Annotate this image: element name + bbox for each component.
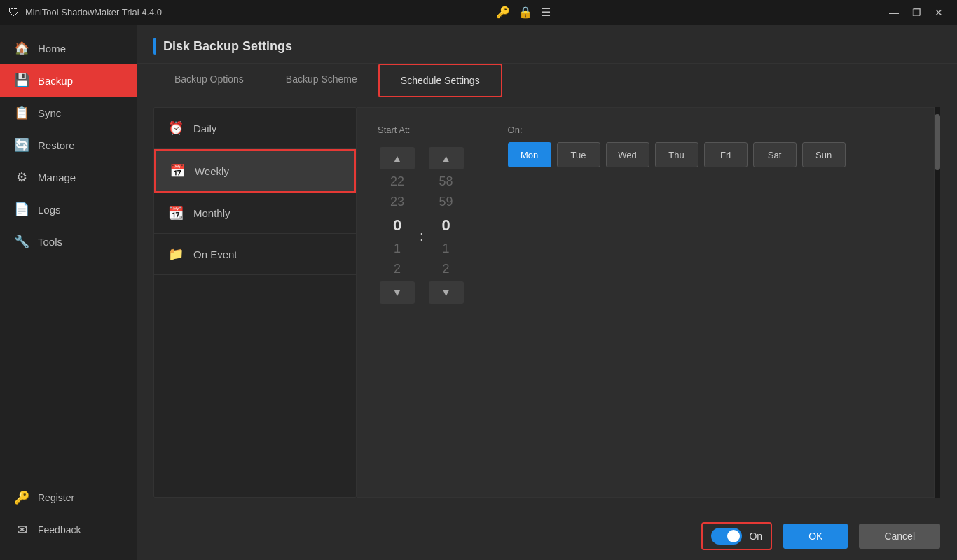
schedule-type-monthly[interactable]: 📆 Monthly xyxy=(154,192,356,234)
sidebar-item-restore[interactable]: 🔄 Restore xyxy=(0,129,137,161)
time-on-row: Start At: ▲ 22 23 0 1 xyxy=(378,125,913,306)
time-picker: ▲ 22 23 0 1 2 ▼ : xyxy=(378,145,466,306)
sidebar-bottom: 🔑 Register ✉ Feedback xyxy=(0,482,137,560)
monthly-label: Monthly xyxy=(193,207,230,219)
scroll-thumb[interactable] xyxy=(935,114,940,170)
hour-current: 0 xyxy=(380,212,415,239)
time-colon: : xyxy=(417,228,427,244)
sidebar-item-label: Home xyxy=(38,43,66,55)
sidebar-item-label: Backup xyxy=(38,75,73,87)
start-at-label: Start At: xyxy=(378,125,466,135)
hour-up-button[interactable]: ▲ xyxy=(380,147,415,169)
minimize-button[interactable]: — xyxy=(884,3,904,22)
logs-icon: 📄 xyxy=(14,202,29,217)
day-fri[interactable]: Fri xyxy=(704,142,748,167)
minute-up-button[interactable]: ▲ xyxy=(429,147,464,169)
time-row: ▲ 22 23 0 1 2 ▼ : xyxy=(378,145,466,306)
schedule-type-daily[interactable]: ⏰ Daily xyxy=(154,108,356,149)
tools-icon: 🔧 xyxy=(14,234,29,249)
tab-backup-scheme[interactable]: Backup Scheme xyxy=(265,64,378,97)
on-event-icon: 📁 xyxy=(168,246,184,262)
start-at-section: Start At: ▲ 22 23 0 1 xyxy=(378,125,466,306)
manage-icon: ⚙ xyxy=(14,169,29,185)
toggle-row: On xyxy=(701,522,772,550)
page-header: Disk Backup Settings xyxy=(137,25,957,64)
sidebar-item-manage[interactable]: ⚙ Manage xyxy=(0,161,137,193)
title-bar-icons: 🔑 🔒 ☰ xyxy=(496,6,551,19)
minute-down-button[interactable]: ▼ xyxy=(429,281,464,304)
sync-icon: 📋 xyxy=(14,105,29,120)
schedule-options-panel: Start At: ▲ 22 23 0 1 xyxy=(357,107,935,498)
lock-icon[interactable]: 🔒 xyxy=(518,6,532,19)
sidebar-item-label: Manage xyxy=(38,172,76,183)
hour-below1: 1 xyxy=(380,239,415,259)
weekly-label: Weekly xyxy=(195,165,229,177)
schedule-type-on-event[interactable]: 📁 On Event xyxy=(154,234,356,275)
on-event-label: On Event xyxy=(193,248,237,260)
min-above2: 58 xyxy=(429,172,464,192)
page-title: Disk Backup Settings xyxy=(163,39,292,54)
close-button[interactable]: ✕ xyxy=(929,3,949,22)
home-icon: 🏠 xyxy=(14,41,29,56)
ok-button[interactable]: OK xyxy=(783,524,848,549)
hour-below2: 2 xyxy=(380,259,415,279)
title-bar-left: 🛡 MiniTool ShadowMaker Trial 4.4.0 xyxy=(8,6,162,19)
sidebar-item-feedback[interactable]: ✉ Feedback xyxy=(0,514,137,546)
settings-tabs: Backup Options Backup Scheme Schedule Se… xyxy=(137,64,957,97)
day-sat[interactable]: Sat xyxy=(753,142,797,167)
title-bar-controls: — ❐ ✕ xyxy=(884,3,949,22)
sidebar: 🏠 Home 💾 Backup 📋 Sync 🔄 Restore ⚙ Manag… xyxy=(0,25,137,560)
weekly-icon: 📅 xyxy=(170,163,185,178)
sidebar-item-label: Restore xyxy=(38,139,75,151)
sidebar-item-home[interactable]: 🏠 Home xyxy=(0,32,137,64)
register-icon: 🔑 xyxy=(14,490,29,505)
key-icon[interactable]: 🔑 xyxy=(496,6,510,19)
days-row: Mon Tue Wed Thu xyxy=(508,142,846,167)
scroll-track xyxy=(935,107,940,498)
sidebar-item-sync[interactable]: 📋 Sync xyxy=(0,97,137,129)
title-bar: 🛡 MiniTool ShadowMaker Trial 4.4.0 🔑 🔒 ☰… xyxy=(0,0,957,25)
day-wed[interactable]: Wed xyxy=(606,142,649,167)
tab-backup-options[interactable]: Backup Options xyxy=(153,64,265,97)
menu-icon[interactable]: ☰ xyxy=(541,6,551,19)
hour-down-button[interactable]: ▼ xyxy=(380,281,415,304)
app-container: 🏠 Home 💾 Backup 📋 Sync 🔄 Restore ⚙ Manag… xyxy=(0,25,957,560)
min-current: 0 xyxy=(429,212,464,239)
sidebar-item-label: Register xyxy=(38,492,74,503)
tab-schedule-settings[interactable]: Schedule Settings xyxy=(378,64,502,97)
schedule-right-wrapper: Start At: ▲ 22 23 0 1 xyxy=(357,97,940,498)
on-section: On: Mon Tue Wed xyxy=(508,125,846,167)
day-mon[interactable]: Mon xyxy=(508,142,551,167)
daily-icon: ⏰ xyxy=(168,120,184,136)
sidebar-item-backup[interactable]: 💾 Backup xyxy=(0,64,137,97)
feedback-icon: ✉ xyxy=(14,522,29,538)
day-sun[interactable]: Sun xyxy=(802,142,846,167)
sidebar-item-label: Sync xyxy=(38,107,61,119)
schedule-types-panel: ⏰ Daily 📅 Weekly 📆 Monthly 📁 On Event xyxy=(153,107,357,498)
sidebar-item-label: Feedback xyxy=(38,524,81,536)
day-thu[interactable]: Thu xyxy=(655,142,698,167)
cancel-button[interactable]: Cancel xyxy=(859,524,940,549)
schedule-type-weekly[interactable]: 📅 Weekly xyxy=(154,149,356,192)
sidebar-item-tools[interactable]: 🔧 Tools xyxy=(0,225,137,258)
sidebar-item-label: Tools xyxy=(38,236,62,248)
restore-icon: 🔄 xyxy=(14,137,29,153)
monthly-icon: 📆 xyxy=(168,205,184,220)
backup-icon: 💾 xyxy=(14,73,29,88)
restore-button[interactable]: ❐ xyxy=(907,3,926,22)
sidebar-item-logs[interactable]: 📄 Logs xyxy=(0,193,137,225)
min-below1: 1 xyxy=(429,239,464,259)
content-area: Disk Backup Settings Backup Options Back… xyxy=(137,25,957,560)
hours-column: ▲ 22 23 0 1 2 ▼ xyxy=(378,145,417,306)
app-title: MiniTool ShadowMaker Trial 4.4.0 xyxy=(25,7,162,18)
day-tue[interactable]: Tue xyxy=(557,142,600,167)
settings-body: ⏰ Daily 📅 Weekly 📆 Monthly 📁 On Event xyxy=(137,97,957,512)
hour-above1: 23 xyxy=(380,192,415,212)
app-logo-icon: 🛡 xyxy=(8,6,20,19)
min-below2: 2 xyxy=(429,259,464,279)
sidebar-item-register[interactable]: 🔑 Register xyxy=(0,482,137,514)
daily-label: Daily xyxy=(193,122,216,134)
enable-toggle[interactable] xyxy=(711,528,742,545)
sidebar-item-label: Logs xyxy=(38,204,61,216)
footer: On OK Cancel xyxy=(137,512,957,560)
